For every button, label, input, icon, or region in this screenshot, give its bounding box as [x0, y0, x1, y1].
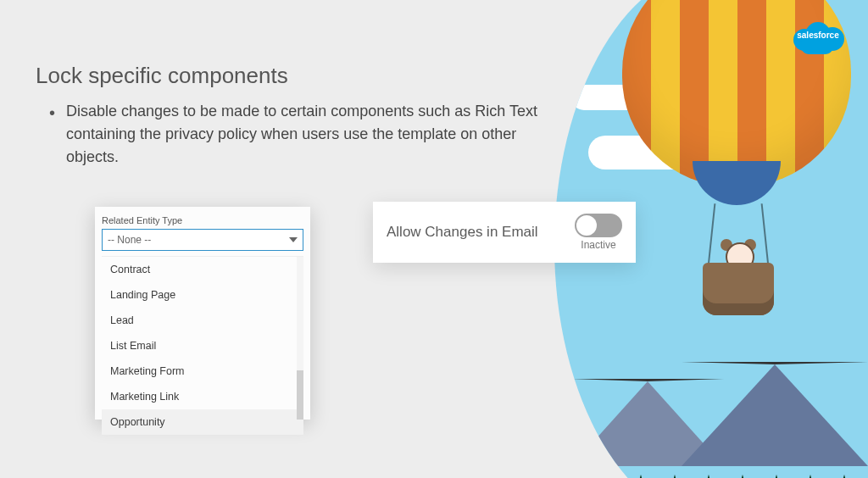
- dropdown-selected-value: -- None --: [108, 234, 151, 246]
- toggle-knob: [576, 215, 597, 236]
- logo-text: salesforce: [790, 31, 846, 40]
- dropdown-list: Contract Landing Page Lead List Email Ma…: [102, 256, 303, 420]
- dropdown-input[interactable]: -- None --: [102, 229, 303, 251]
- allow-changes-toggle[interactable]: [575, 214, 622, 237]
- toggle-label: Allow Changes in Email: [387, 224, 561, 241]
- dropdown-option[interactable]: Opportunity: [102, 409, 303, 435]
- scrollbar-track[interactable]: [297, 257, 303, 420]
- dropdown-option[interactable]: Marketing Link: [102, 384, 303, 409]
- scrollbar-thumb[interactable]: [297, 370, 303, 420]
- related-entity-dropdown: Related Entity Type -- None -- Contract …: [95, 207, 310, 420]
- allow-changes-panel: Allow Changes in Email Inactive: [373, 202, 636, 263]
- dropdown-label: Related Entity Type: [102, 215, 303, 225]
- dropdown-option[interactable]: Lead: [102, 308, 303, 333]
- chevron-down-icon: [289, 237, 298, 242]
- salesforce-logo: salesforce: [790, 19, 846, 56]
- dropdown-option[interactable]: Landing Page: [102, 282, 303, 308]
- dropdown-option[interactable]: Marketing Form: [102, 358, 303, 384]
- dropdown-option[interactable]: List Email: [102, 333, 303, 358]
- description-bullet: Disable changes to be made to certain co…: [66, 100, 541, 169]
- page-title: Lock specific components: [36, 63, 288, 89]
- trees-decoration: [554, 434, 868, 478]
- dropdown-option[interactable]: Contract: [102, 257, 303, 282]
- toggle-state-label: Inactive: [581, 239, 615, 251]
